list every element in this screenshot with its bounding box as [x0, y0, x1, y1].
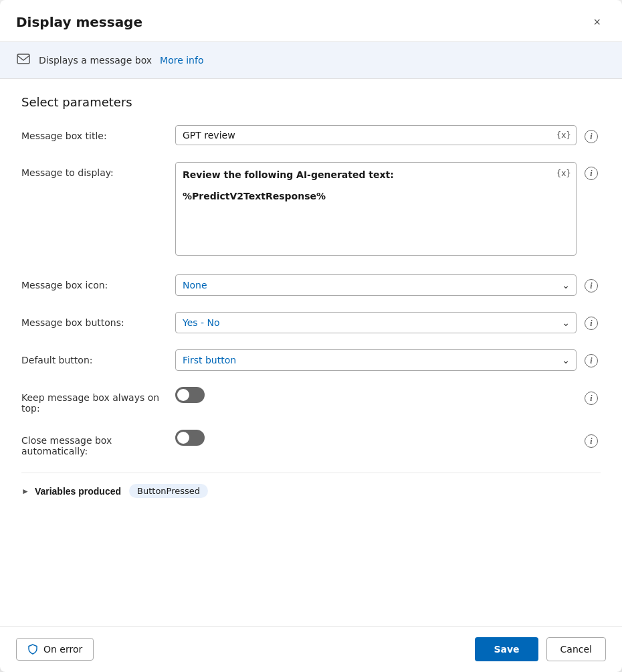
- info-circle-icon-2: i: [585, 167, 598, 180]
- message-box-title-input[interactable]: [175, 125, 577, 145]
- default-button-control: First button Second button Third button …: [175, 349, 601, 371]
- close-button[interactable]: ×: [588, 13, 606, 31]
- close-automatically-label: Close message box automatically:: [21, 430, 175, 456]
- message-box-icon-select[interactable]: None Information Warning Error Question: [175, 274, 577, 296]
- message-box-icon-control: None Information Warning Error Question …: [175, 274, 601, 296]
- keep-on-top-info-button[interactable]: i: [582, 389, 601, 408]
- message-box-icon-label: Message box icon:: [21, 274, 175, 290]
- close-automatically-control: i: [175, 430, 601, 450]
- info-circle-icon-7: i: [585, 434, 598, 448]
- message-box-title-control: {x} i: [175, 125, 601, 146]
- footer-actions: Save Cancel: [475, 637, 606, 661]
- section-title: Select parameters: [21, 95, 601, 109]
- keep-on-top-toggle-wrapper: [175, 387, 205, 403]
- save-button[interactable]: Save: [475, 637, 538, 661]
- variable-badge-title: {x}: [556, 131, 571, 140]
- message-box-buttons-row: Message box buttons: OK OK - Cancel Yes …: [21, 312, 601, 333]
- info-banner: Displays a message box More info: [0, 42, 622, 79]
- message-box-title-input-wrapper: {x}: [175, 125, 577, 145]
- keep-on-top-toggle[interactable]: [175, 387, 205, 403]
- message-to-display-row: Message to display: Review the following…: [21, 162, 601, 258]
- shield-icon: [27, 644, 38, 655]
- svg-rect-0: [17, 54, 29, 64]
- message-box-icon-select-wrapper: None Information Warning Error Question …: [175, 274, 577, 296]
- dialog-title: Display message: [16, 14, 142, 30]
- message-to-display-info-button[interactable]: i: [582, 164, 601, 183]
- close-automatically-row: Close message box automatically: i: [21, 430, 601, 456]
- variables-row: ► Variables produced ButtonPressed: [21, 473, 601, 509]
- variables-label: Variables produced: [35, 486, 121, 497]
- message-box-icon-row: Message box icon: None Information Warni…: [21, 274, 601, 296]
- message-to-display-textarea-wrapper: Review the following AI-generated text: …: [175, 162, 577, 258]
- message-box-buttons-control: OK OK - Cancel Yes - No Yes - No - Cance…: [175, 312, 601, 333]
- message-box-buttons-select[interactable]: OK OK - Cancel Yes - No Yes - No - Cance…: [175, 312, 577, 333]
- default-button-info-button[interactable]: i: [582, 351, 601, 370]
- display-message-dialog: Display message × Displays a message box…: [0, 0, 622, 672]
- chevron-right-icon: ►: [21, 487, 29, 496]
- variable-badge-message: {x}: [556, 169, 571, 178]
- close-automatically-toggle-wrapper: [175, 430, 205, 446]
- info-circle-icon-6: i: [585, 392, 598, 405]
- message-box-title-label: Message box title:: [21, 125, 175, 141]
- variables-expand-button[interactable]: ► Variables produced: [21, 486, 121, 497]
- close-automatically-info-button[interactable]: i: [582, 432, 601, 450]
- keep-on-top-row: Keep message box always on top: i: [21, 387, 601, 414]
- message-box-buttons-info-button[interactable]: i: [582, 314, 601, 333]
- info-circle-icon-4: i: [585, 317, 598, 330]
- message-box-title-row: Message box title: {x} i: [21, 125, 601, 146]
- toggle-slider: [175, 387, 205, 403]
- info-circle-icon-3: i: [585, 279, 598, 292]
- close-automatically-toggle[interactable]: [175, 430, 205, 446]
- dialog-header: Display message ×: [0, 0, 622, 42]
- message-to-display-control: Review the following AI-generated text: …: [175, 162, 601, 258]
- keep-on-top-label: Keep message box always on top:: [21, 387, 175, 414]
- default-button-select-wrapper: First button Second button Third button …: [175, 349, 577, 371]
- message-box-icon-info-button[interactable]: i: [582, 276, 601, 295]
- message-to-display-textarea[interactable]: Review the following AI-generated text: …: [175, 162, 577, 256]
- message-box-buttons-select-wrapper: OK OK - Cancel Yes - No Yes - No - Cance…: [175, 312, 577, 333]
- more-info-link[interactable]: More info: [160, 55, 203, 66]
- dialog-footer: On error Save Cancel: [0, 626, 622, 672]
- banner-text: Displays a message box: [39, 55, 152, 66]
- message-box-title-info-button[interactable]: i: [582, 127, 601, 146]
- keep-on-top-control: i: [175, 387, 601, 408]
- default-button-select[interactable]: First button Second button Third button: [175, 349, 577, 371]
- dialog-body: Select parameters Message box title: {x}…: [0, 79, 622, 626]
- on-error-button[interactable]: On error: [16, 638, 94, 661]
- toggle-slider-2: [175, 430, 205, 446]
- default-button-row: Default button: First button Second butt…: [21, 349, 601, 371]
- info-circle-icon: i: [585, 130, 598, 143]
- info-circle-icon-5: i: [585, 354, 598, 367]
- variable-tag-buttonpressed: ButtonPressed: [129, 484, 208, 498]
- message-icon: [16, 52, 31, 69]
- message-box-buttons-label: Message box buttons:: [21, 312, 175, 328]
- message-to-display-label: Message to display:: [21, 162, 175, 178]
- default-button-label: Default button:: [21, 349, 175, 365]
- cancel-button[interactable]: Cancel: [546, 637, 606, 661]
- on-error-label: On error: [43, 644, 82, 655]
